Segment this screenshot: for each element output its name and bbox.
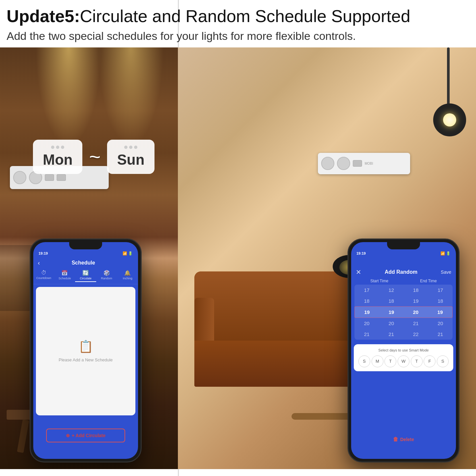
content-area: Mon ~ Sun xyxy=(0,47,476,469)
time-picker-rows[interactable]: 17 12 18 17 18 18 19 18 19 xyxy=(354,285,453,340)
plug-strip-right: MOBI xyxy=(318,153,410,174)
header-title-text: Circulate and Random Schedule Supported xyxy=(80,7,410,26)
cell-5-1: 21 xyxy=(354,330,379,338)
cal-dot-4 xyxy=(124,146,127,149)
add-circulate-plus: ⊕ xyxy=(66,433,70,438)
tab-inching-label: Inching xyxy=(123,277,132,280)
day-monday[interactable]: M xyxy=(372,355,383,367)
end-time-label: End Time xyxy=(420,279,437,283)
status-icons-right: 📶 🔋 xyxy=(440,251,451,256)
cell-4-1: 20 xyxy=(354,319,379,327)
outlet-right-1 xyxy=(321,157,334,170)
header-subtitle: Add the two special schedules for your l… xyxy=(7,28,469,44)
panel-right: MOBI 19 xyxy=(178,47,476,469)
cal-dot-1 xyxy=(51,146,54,149)
days-selector: Select days to use Smart Mode S M T W T … xyxy=(354,344,453,371)
day-saturday[interactable]: S xyxy=(437,355,449,367)
cell-5-2: 21 xyxy=(379,330,404,338)
coffee-table-right xyxy=(292,413,351,420)
schedule-icon: 📅 xyxy=(61,270,68,276)
lamp-bulb xyxy=(443,113,456,126)
day-thursday[interactable]: T xyxy=(411,355,423,367)
delete-button[interactable]: 🗑 Delete xyxy=(393,436,414,442)
days-selector-label: Select days to use Smart Mode xyxy=(358,348,449,352)
sun-badge-dots xyxy=(124,146,137,149)
tab-circulate[interactable]: 🔄 Circulate xyxy=(75,270,96,282)
cell-3-1: 19 xyxy=(355,308,379,316)
add-circulate-button[interactable]: ⊕ + Add Circulate xyxy=(46,429,125,442)
phone-screen-left: 19:19 📶 🔋 ‹ Schedule ⏱ Countdown xyxy=(33,242,138,459)
delete-label: Delete xyxy=(400,437,414,442)
app-tabs: ⏱ Countdown 📅 Schedule 🔄 Circulate 🎲 xyxy=(33,268,138,284)
tab-schedule-label: Schedule xyxy=(59,277,71,280)
empty-state-text: Please Add a New Schedule xyxy=(59,357,113,362)
phone-screen-right: 19:19 📶 🔋 ✕ Add Random Save Start Time E… xyxy=(351,242,456,459)
tab-schedule[interactable]: 📅 Schedule xyxy=(54,270,75,282)
sun-badge: Sun xyxy=(107,140,154,174)
tab-random-label: Random xyxy=(101,277,112,280)
delete-icon: 🗑 xyxy=(393,436,398,442)
mon-badge-text: Mon xyxy=(43,152,72,168)
cell-4-2: 20 xyxy=(379,319,404,327)
tab-inching[interactable]: 🔔 Inching xyxy=(117,270,138,282)
cal-dot-2 xyxy=(56,146,59,149)
cal-dot-3 xyxy=(61,146,64,149)
random-save-button[interactable]: Save xyxy=(441,269,451,275)
countdown-icon: ⏱ xyxy=(41,270,46,276)
status-icons-left: 📶 🔋 xyxy=(123,251,133,256)
sofa-arm-left xyxy=(194,298,214,347)
tab-active-underline xyxy=(75,281,96,282)
panel-left: Mon ~ Sun xyxy=(0,47,178,469)
phone-left: 19:19 📶 🔋 ‹ Schedule ⏱ Countdown xyxy=(30,238,142,462)
sun-badge-text: Sun xyxy=(117,152,144,168)
cell-2-1: 18 xyxy=(354,297,379,305)
back-button[interactable]: ‹ xyxy=(38,260,40,266)
header-title: Update5:Circulate and Random Schedule Su… xyxy=(7,6,469,26)
day-tuesday[interactable]: T xyxy=(384,355,396,367)
cell-2-4: 18 xyxy=(428,297,453,305)
app-title: Schedule xyxy=(71,260,95,266)
cell-2-3: 19 xyxy=(404,297,428,305)
mobi-label: MOBI xyxy=(365,162,373,165)
cell-3-4: 19 xyxy=(428,308,452,316)
phone-right: 19:19 📶 🔋 ✕ Add Random Save Start Time E… xyxy=(348,238,460,462)
usb-port-1 xyxy=(45,174,54,181)
cell-3-2: 19 xyxy=(379,308,404,316)
random-icon: 🎲 xyxy=(103,270,110,276)
picker-row-2: 18 18 19 18 xyxy=(354,295,453,306)
cell-5-3: 22 xyxy=(404,330,428,338)
day-friday[interactable]: F xyxy=(424,355,435,367)
schedule-range-badge: Mon ~ Sun xyxy=(33,140,154,174)
cal-dot-6 xyxy=(134,146,137,149)
tab-countdown[interactable]: ⏱ Countdown xyxy=(33,270,54,282)
time-picker: Start Time End Time 17 12 18 17 18 18 xyxy=(351,279,456,342)
usb-right-1 xyxy=(353,160,362,167)
random-close-button[interactable]: ✕ xyxy=(356,268,361,276)
usb-port-2 xyxy=(57,174,66,181)
app-content-left: 📋 Please Add a New Schedule xyxy=(36,287,135,415)
lamp-shade xyxy=(433,103,466,136)
day-sunday[interactable]: S xyxy=(358,355,370,367)
status-time-right: 19:19 xyxy=(356,251,366,255)
random-title: Add Random xyxy=(385,269,418,275)
random-header: ✕ Add Random Save xyxy=(351,258,456,279)
day-wednesday[interactable]: W xyxy=(398,355,409,367)
outlet-1 xyxy=(13,171,26,184)
mon-badge-dots xyxy=(51,146,64,149)
header-title-bold: Update5: xyxy=(7,7,80,26)
phone-notch-right xyxy=(387,242,420,249)
inching-icon: 🔔 xyxy=(124,270,131,276)
picker-row-4: 20 20 21 20 xyxy=(354,318,453,329)
cell-4-3: 21 xyxy=(404,319,428,327)
phone-notch-left xyxy=(69,242,102,249)
outlet-right-2 xyxy=(337,157,350,170)
cell-1-4: 17 xyxy=(428,286,453,294)
status-time-left: 19:19 xyxy=(39,251,48,255)
header: Update5:Circulate and Random Schedule Su… xyxy=(0,0,476,47)
cell-3-3: 20 xyxy=(404,308,428,316)
tab-circulate-label: Circulate xyxy=(80,277,92,280)
picker-row-1: 17 12 18 17 xyxy=(354,285,453,295)
cell-1-2: 12 xyxy=(379,286,404,294)
empty-state-icon: 📋 xyxy=(78,340,93,353)
tab-random[interactable]: 🎲 Random xyxy=(96,270,117,282)
